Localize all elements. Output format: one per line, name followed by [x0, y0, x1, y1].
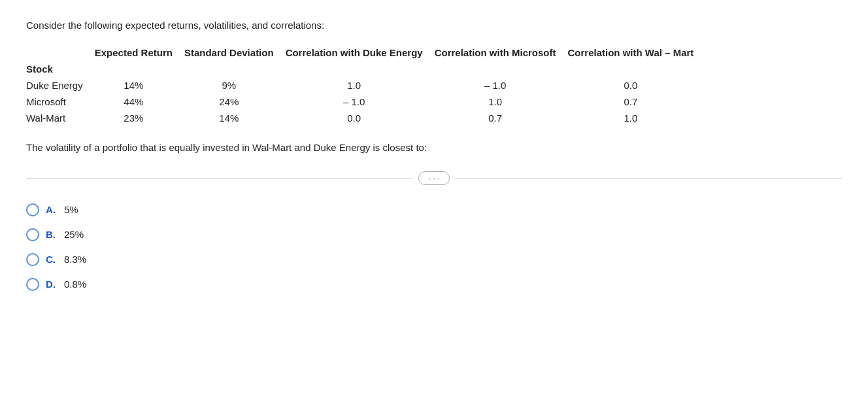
- cell-std-dev: 14%: [184, 110, 286, 126]
- cell-corr-msft: 1.0: [435, 94, 568, 110]
- col-header-std-dev: Standard Deviation: [184, 44, 286, 61]
- cell-std-dev: 24%: [184, 94, 286, 110]
- cell-corr-msft: 0.7: [435, 110, 568, 126]
- divider-line-right: [455, 178, 842, 178]
- radio-button-d[interactable]: [26, 278, 39, 291]
- cell-expected-return: 44%: [95, 94, 184, 110]
- radio-button-a[interactable]: [26, 203, 39, 216]
- table-row: Duke Energy 14% 9% 1.0 – 1.0 0.0: [26, 77, 705, 94]
- option-item-c[interactable]: C. 8.3%: [26, 253, 842, 266]
- cell-expected-return: 23%: [95, 110, 184, 126]
- divider-line-left: [26, 178, 413, 178]
- cell-corr-duke: 1.0: [286, 77, 435, 94]
- data-table: Expected Return Standard Deviation Corre…: [26, 44, 705, 126]
- cell-corr-walmart: 1.0: [568, 110, 706, 126]
- col-header-corr-msft: Correlation with Microsoft: [435, 44, 568, 61]
- divider-pill: · · ·: [418, 171, 450, 185]
- cell-corr-msft: – 1.0: [435, 77, 568, 94]
- cell-corr-walmart: 0.0: [568, 77, 706, 94]
- option-value-b: 25%: [64, 229, 84, 240]
- option-item-d[interactable]: D. 0.8%: [26, 278, 842, 291]
- option-value-c: 8.3%: [64, 254, 86, 265]
- radio-button-b[interactable]: [26, 228, 39, 241]
- option-label-c: C.: [46, 254, 59, 265]
- option-item-b[interactable]: B. 25%: [26, 228, 842, 241]
- col-subheader-stock: Stock: [26, 61, 95, 77]
- volatility-question: The volatility of a portfolio that is eq…: [26, 142, 842, 153]
- table-row: Microsoft 44% 24% – 1.0 1.0 0.7: [26, 94, 705, 110]
- divider: · · ·: [26, 171, 842, 185]
- option-value-d: 0.8%: [64, 279, 86, 290]
- cell-corr-duke: – 1.0: [286, 94, 435, 110]
- col-header-corr-walmart: Correlation with Wal – Mart: [568, 44, 706, 61]
- radio-button-c[interactable]: [26, 253, 39, 266]
- col-header-expected-return: Expected Return: [95, 44, 184, 61]
- table-row: Wal-Mart 23% 14% 0.0 0.7 1.0: [26, 110, 705, 126]
- cell-std-dev: 9%: [184, 77, 286, 94]
- col-header-corr-duke: Correlation with Duke Energy: [286, 44, 435, 61]
- option-label-d: D.: [46, 279, 59, 290]
- cell-stock: Wal-Mart: [26, 110, 95, 126]
- option-label-a: A.: [46, 204, 59, 215]
- col-header-stock: [26, 44, 95, 61]
- cell-expected-return: 14%: [95, 77, 184, 94]
- option-value-a: 5%: [64, 204, 78, 215]
- answer-options: A. 5% B. 25% C. 8.3% D. 0.8%: [26, 203, 842, 291]
- cell-stock: Duke Energy: [26, 77, 95, 94]
- option-item-a[interactable]: A. 5%: [26, 203, 842, 216]
- cell-corr-duke: 0.0: [286, 110, 435, 126]
- intro-text: Consider the following expected returns,…: [26, 20, 842, 31]
- option-label-b: B.: [46, 229, 59, 240]
- cell-stock: Microsoft: [26, 94, 95, 110]
- cell-corr-walmart: 0.7: [568, 94, 706, 110]
